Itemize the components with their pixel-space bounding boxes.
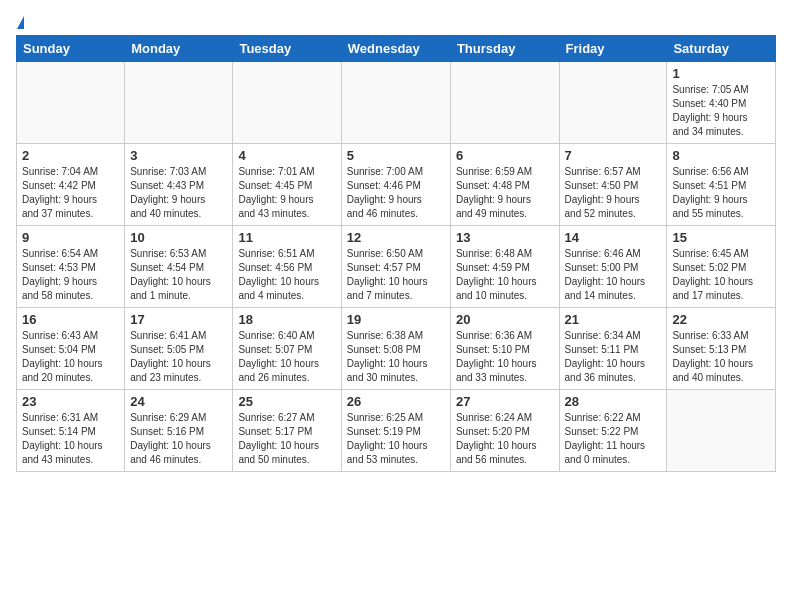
day-info: Sunrise: 6:27 AM Sunset: 5:17 PM Dayligh… — [238, 411, 335, 467]
day-number: 9 — [22, 230, 119, 245]
day-number: 1 — [672, 66, 770, 81]
day-info: Sunrise: 7:03 AM Sunset: 4:43 PM Dayligh… — [130, 165, 227, 221]
day-info: Sunrise: 7:01 AM Sunset: 4:45 PM Dayligh… — [238, 165, 335, 221]
calendar-cell: 20Sunrise: 6:36 AM Sunset: 5:10 PM Dayli… — [450, 308, 559, 390]
calendar-cell: 19Sunrise: 6:38 AM Sunset: 5:08 PM Dayli… — [341, 308, 450, 390]
day-number: 13 — [456, 230, 554, 245]
day-info: Sunrise: 6:56 AM Sunset: 4:51 PM Dayligh… — [672, 165, 770, 221]
day-info: Sunrise: 6:22 AM Sunset: 5:22 PM Dayligh… — [565, 411, 662, 467]
calendar-cell: 8Sunrise: 6:56 AM Sunset: 4:51 PM Daylig… — [667, 144, 776, 226]
day-info: Sunrise: 6:43 AM Sunset: 5:04 PM Dayligh… — [22, 329, 119, 385]
day-info: Sunrise: 6:53 AM Sunset: 4:54 PM Dayligh… — [130, 247, 227, 303]
calendar-cell: 12Sunrise: 6:50 AM Sunset: 4:57 PM Dayli… — [341, 226, 450, 308]
day-info: Sunrise: 6:33 AM Sunset: 5:13 PM Dayligh… — [672, 329, 770, 385]
day-number: 15 — [672, 230, 770, 245]
day-info: Sunrise: 6:34 AM Sunset: 5:11 PM Dayligh… — [565, 329, 662, 385]
calendar-cell: 4Sunrise: 7:01 AM Sunset: 4:45 PM Daylig… — [233, 144, 341, 226]
day-number: 23 — [22, 394, 119, 409]
day-info: Sunrise: 6:25 AM Sunset: 5:19 PM Dayligh… — [347, 411, 445, 467]
calendar-cell: 6Sunrise: 6:59 AM Sunset: 4:48 PM Daylig… — [450, 144, 559, 226]
day-number: 22 — [672, 312, 770, 327]
day-number: 6 — [456, 148, 554, 163]
day-info: Sunrise: 7:00 AM Sunset: 4:46 PM Dayligh… — [347, 165, 445, 221]
col-header-tuesday: Tuesday — [233, 36, 341, 62]
calendar-cell: 23Sunrise: 6:31 AM Sunset: 5:14 PM Dayli… — [17, 390, 125, 472]
calendar-cell: 10Sunrise: 6:53 AM Sunset: 4:54 PM Dayli… — [125, 226, 233, 308]
calendar-cell: 27Sunrise: 6:24 AM Sunset: 5:20 PM Dayli… — [450, 390, 559, 472]
calendar-cell: 3Sunrise: 7:03 AM Sunset: 4:43 PM Daylig… — [125, 144, 233, 226]
day-info: Sunrise: 6:51 AM Sunset: 4:56 PM Dayligh… — [238, 247, 335, 303]
calendar-week-row: 9Sunrise: 6:54 AM Sunset: 4:53 PM Daylig… — [17, 226, 776, 308]
day-number: 19 — [347, 312, 445, 327]
day-number: 25 — [238, 394, 335, 409]
day-info: Sunrise: 6:40 AM Sunset: 5:07 PM Dayligh… — [238, 329, 335, 385]
calendar-table: SundayMondayTuesdayWednesdayThursdayFrid… — [16, 35, 776, 472]
day-info: Sunrise: 6:24 AM Sunset: 5:20 PM Dayligh… — [456, 411, 554, 467]
calendar-header-row: SundayMondayTuesdayWednesdayThursdayFrid… — [17, 36, 776, 62]
calendar-cell: 1Sunrise: 7:05 AM Sunset: 4:40 PM Daylig… — [667, 62, 776, 144]
calendar-cell: 2Sunrise: 7:04 AM Sunset: 4:42 PM Daylig… — [17, 144, 125, 226]
calendar-week-row: 1Sunrise: 7:05 AM Sunset: 4:40 PM Daylig… — [17, 62, 776, 144]
day-number: 3 — [130, 148, 227, 163]
day-number: 12 — [347, 230, 445, 245]
calendar-cell: 24Sunrise: 6:29 AM Sunset: 5:16 PM Dayli… — [125, 390, 233, 472]
day-info: Sunrise: 6:59 AM Sunset: 4:48 PM Dayligh… — [456, 165, 554, 221]
day-number: 27 — [456, 394, 554, 409]
calendar-cell: 9Sunrise: 6:54 AM Sunset: 4:53 PM Daylig… — [17, 226, 125, 308]
calendar-cell: 25Sunrise: 6:27 AM Sunset: 5:17 PM Dayli… — [233, 390, 341, 472]
calendar-cell: 16Sunrise: 6:43 AM Sunset: 5:04 PM Dayli… — [17, 308, 125, 390]
calendar-cell: 21Sunrise: 6:34 AM Sunset: 5:11 PM Dayli… — [559, 308, 667, 390]
day-info: Sunrise: 6:50 AM Sunset: 4:57 PM Dayligh… — [347, 247, 445, 303]
day-info: Sunrise: 6:41 AM Sunset: 5:05 PM Dayligh… — [130, 329, 227, 385]
calendar-cell: 17Sunrise: 6:41 AM Sunset: 5:05 PM Dayli… — [125, 308, 233, 390]
calendar-cell: 7Sunrise: 6:57 AM Sunset: 4:50 PM Daylig… — [559, 144, 667, 226]
calendar-week-row: 23Sunrise: 6:31 AM Sunset: 5:14 PM Dayli… — [17, 390, 776, 472]
calendar-cell — [17, 62, 125, 144]
day-number: 16 — [22, 312, 119, 327]
calendar-cell: 13Sunrise: 6:48 AM Sunset: 4:59 PM Dayli… — [450, 226, 559, 308]
day-number: 28 — [565, 394, 662, 409]
day-info: Sunrise: 6:57 AM Sunset: 4:50 PM Dayligh… — [565, 165, 662, 221]
calendar-week-row: 16Sunrise: 6:43 AM Sunset: 5:04 PM Dayli… — [17, 308, 776, 390]
day-info: Sunrise: 7:05 AM Sunset: 4:40 PM Dayligh… — [672, 83, 770, 139]
calendar-week-row: 2Sunrise: 7:04 AM Sunset: 4:42 PM Daylig… — [17, 144, 776, 226]
day-number: 21 — [565, 312, 662, 327]
col-header-monday: Monday — [125, 36, 233, 62]
calendar-cell: 26Sunrise: 6:25 AM Sunset: 5:19 PM Dayli… — [341, 390, 450, 472]
calendar-cell: 28Sunrise: 6:22 AM Sunset: 5:22 PM Dayli… — [559, 390, 667, 472]
col-header-thursday: Thursday — [450, 36, 559, 62]
calendar-cell — [559, 62, 667, 144]
calendar-cell — [667, 390, 776, 472]
col-header-saturday: Saturday — [667, 36, 776, 62]
day-number: 10 — [130, 230, 227, 245]
calendar-cell: 18Sunrise: 6:40 AM Sunset: 5:07 PM Dayli… — [233, 308, 341, 390]
col-header-friday: Friday — [559, 36, 667, 62]
day-number: 18 — [238, 312, 335, 327]
day-info: Sunrise: 6:31 AM Sunset: 5:14 PM Dayligh… — [22, 411, 119, 467]
calendar-cell: 22Sunrise: 6:33 AM Sunset: 5:13 PM Dayli… — [667, 308, 776, 390]
day-number: 2 — [22, 148, 119, 163]
calendar-cell: 5Sunrise: 7:00 AM Sunset: 4:46 PM Daylig… — [341, 144, 450, 226]
calendar-cell: 14Sunrise: 6:46 AM Sunset: 5:00 PM Dayli… — [559, 226, 667, 308]
col-header-wednesday: Wednesday — [341, 36, 450, 62]
calendar-cell — [233, 62, 341, 144]
day-info: Sunrise: 6:46 AM Sunset: 5:00 PM Dayligh… — [565, 247, 662, 303]
logo — [16, 16, 24, 29]
day-info: Sunrise: 6:45 AM Sunset: 5:02 PM Dayligh… — [672, 247, 770, 303]
day-info: Sunrise: 6:48 AM Sunset: 4:59 PM Dayligh… — [456, 247, 554, 303]
day-info: Sunrise: 6:38 AM Sunset: 5:08 PM Dayligh… — [347, 329, 445, 385]
day-number: 8 — [672, 148, 770, 163]
page-header — [16, 16, 776, 29]
calendar-cell — [341, 62, 450, 144]
day-info: Sunrise: 6:54 AM Sunset: 4:53 PM Dayligh… — [22, 247, 119, 303]
day-info: Sunrise: 6:29 AM Sunset: 5:16 PM Dayligh… — [130, 411, 227, 467]
day-number: 17 — [130, 312, 227, 327]
calendar-cell — [450, 62, 559, 144]
day-number: 7 — [565, 148, 662, 163]
calendar-cell: 11Sunrise: 6:51 AM Sunset: 4:56 PM Dayli… — [233, 226, 341, 308]
col-header-sunday: Sunday — [17, 36, 125, 62]
calendar-cell — [125, 62, 233, 144]
day-number: 26 — [347, 394, 445, 409]
day-number: 11 — [238, 230, 335, 245]
day-number: 20 — [456, 312, 554, 327]
